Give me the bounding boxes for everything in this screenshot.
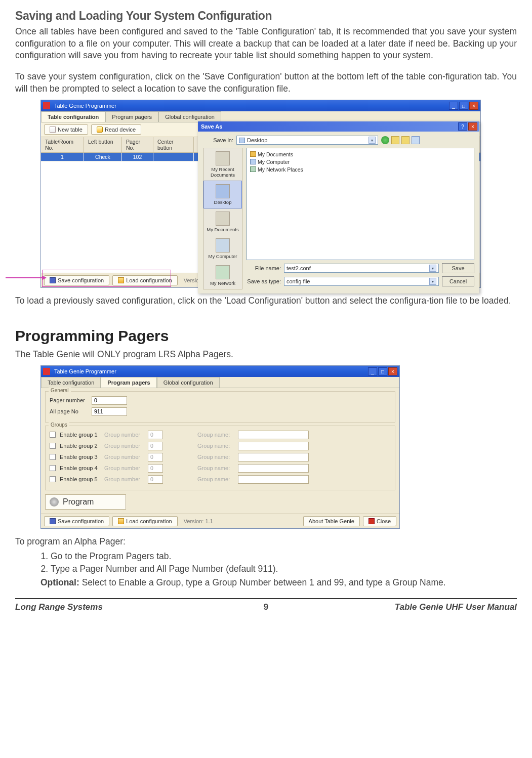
views-icon[interactable] bbox=[412, 136, 420, 144]
body-text: To program an Alpha Pager: bbox=[15, 536, 517, 548]
saveastype-label: Save as type: bbox=[244, 278, 281, 284]
gear-icon bbox=[50, 497, 59, 507]
label: Program bbox=[63, 497, 94, 507]
save-configuration-button[interactable]: Save configuration bbox=[44, 516, 109, 526]
maximize-button[interactable]: □ bbox=[459, 102, 468, 110]
pagernum-label: Pager number bbox=[50, 397, 88, 403]
label: New table bbox=[58, 127, 83, 133]
groupname-label: Group name: bbox=[197, 476, 234, 482]
groupname-input bbox=[238, 453, 309, 461]
list-item[interactable]: My Network Places bbox=[250, 165, 471, 173]
groupnum-label: Group number bbox=[104, 443, 144, 449]
about-button[interactable]: About Table Genie bbox=[303, 516, 360, 526]
program-button[interactable]: Program bbox=[45, 494, 126, 510]
minimize-button[interactable]: _ bbox=[449, 102, 458, 110]
filename-label: File name: bbox=[244, 265, 281, 271]
label: My Computer bbox=[208, 254, 237, 259]
filename-value: test2.conf bbox=[287, 265, 311, 271]
computer-icon bbox=[216, 238, 230, 252]
close-icon bbox=[369, 518, 375, 524]
tab-program-pagers[interactable]: Program pagers bbox=[101, 377, 156, 388]
allpage-input[interactable] bbox=[92, 407, 127, 416]
groupname-input bbox=[238, 475, 309, 484]
back-icon[interactable] bbox=[381, 136, 389, 144]
enable-group-5: Enable group 5 bbox=[60, 476, 100, 482]
groupnum-input bbox=[148, 464, 163, 473]
groupnum-input bbox=[148, 431, 163, 439]
pagernum-input[interactable] bbox=[92, 396, 127, 405]
groupnum-input bbox=[148, 442, 163, 450]
maximize-button[interactable]: □ bbox=[378, 367, 387, 375]
dialog-close-button[interactable]: × bbox=[468, 122, 477, 131]
network-icon bbox=[250, 166, 256, 172]
cell: 1 bbox=[41, 153, 84, 161]
new-folder-icon[interactable] bbox=[401, 136, 410, 144]
close-button[interactable]: × bbox=[388, 367, 397, 375]
new-table-button[interactable]: New table bbox=[44, 124, 88, 135]
help-button[interactable]: ? bbox=[458, 122, 467, 131]
chevron-down-icon: ▾ bbox=[429, 265, 436, 272]
group-legend: General bbox=[49, 388, 71, 393]
checkbox[interactable] bbox=[50, 443, 56, 449]
groupname-input bbox=[238, 464, 309, 473]
body-text: To load a previously saved configuration… bbox=[15, 295, 517, 307]
tab-table-configuration[interactable]: Table configuration bbox=[41, 111, 105, 122]
place-recent[interactable]: My Recent Documents bbox=[203, 148, 242, 181]
annotation-highlight bbox=[42, 270, 171, 287]
list-item: Go to the Program Pagers tab. bbox=[51, 551, 517, 562]
checkbox[interactable] bbox=[50, 454, 56, 460]
tab-global-configuration[interactable]: Global configuration bbox=[158, 111, 221, 122]
section-heading: Programming Pagers bbox=[15, 327, 517, 345]
window-title: Table Genie Programmer bbox=[52, 103, 449, 109]
groupnum-input bbox=[148, 453, 163, 461]
body-text: To save your system configuration, click… bbox=[15, 71, 517, 95]
group-legend: Groups bbox=[49, 422, 69, 428]
window-controls: _ □ × bbox=[368, 367, 397, 375]
read-device-button[interactable]: Read device bbox=[91, 124, 141, 135]
list-item[interactable]: My Documents bbox=[250, 150, 471, 158]
place-desktop[interactable]: Desktop bbox=[203, 181, 242, 208]
list-item[interactable]: My Computer bbox=[250, 158, 471, 165]
folder-icon bbox=[118, 518, 124, 524]
optional-text: Select to Enable a Group, type a Group N… bbox=[79, 577, 446, 587]
tab-program-pagers[interactable]: Program pagers bbox=[105, 111, 158, 122]
savein-value: Desktop bbox=[247, 137, 267, 143]
general-group: General Pager number All page No bbox=[45, 391, 395, 423]
file-list[interactable]: My Documents My Computer My Network Plac… bbox=[247, 148, 474, 260]
folder-icon bbox=[250, 151, 256, 157]
groupname-input bbox=[238, 442, 309, 450]
col-header: Left button bbox=[84, 137, 122, 152]
enable-group-4: Enable group 4 bbox=[60, 465, 100, 471]
desktop-icon bbox=[239, 138, 245, 143]
up-folder-icon[interactable] bbox=[391, 136, 399, 144]
checkbox[interactable] bbox=[50, 432, 56, 438]
body-text: Once all tables have been configured and… bbox=[15, 26, 517, 62]
cancel-button[interactable]: Cancel bbox=[442, 276, 474, 286]
cell bbox=[153, 153, 194, 161]
groupname-label: Group name: bbox=[197, 454, 234, 460]
checkbox[interactable] bbox=[50, 465, 56, 471]
close-button[interactable]: Close bbox=[363, 516, 396, 526]
groupname-input bbox=[238, 431, 309, 439]
dialog-toolbar bbox=[381, 136, 420, 144]
minimize-button[interactable]: _ bbox=[368, 367, 377, 375]
place-mydocs[interactable]: My Documents bbox=[203, 208, 242, 235]
save-button[interactable]: Save bbox=[442, 263, 474, 273]
groupname-label: Group name: bbox=[197, 432, 234, 438]
savein-combo[interactable]: Desktop ▾ bbox=[236, 136, 378, 145]
tab-table-configuration[interactable]: Table configuration bbox=[41, 377, 101, 388]
load-configuration-button[interactable]: Load configuration bbox=[112, 516, 178, 526]
app-icon bbox=[43, 368, 50, 375]
body-text: The Table Genie will ONLY program LRS Al… bbox=[15, 349, 517, 361]
window-title: Table Genie Programmer bbox=[52, 368, 368, 374]
close-button[interactable]: × bbox=[469, 102, 478, 110]
place-mynetwork[interactable]: My Network bbox=[203, 262, 242, 289]
ordered-list: Go to the Program Pagers tab. Type a Pag… bbox=[51, 551, 517, 574]
place-mycomputer[interactable]: My Computer bbox=[203, 235, 242, 262]
filename-combo[interactable]: test2.conf▾ bbox=[284, 264, 439, 273]
groupnum-label: Group number bbox=[104, 476, 144, 482]
saveastype-combo[interactable]: config file▾ bbox=[284, 277, 439, 286]
tab-global-configuration[interactable]: Global configuration bbox=[157, 377, 220, 388]
checkbox[interactable] bbox=[50, 476, 56, 482]
version-text: Version: 1.1 bbox=[184, 518, 213, 524]
